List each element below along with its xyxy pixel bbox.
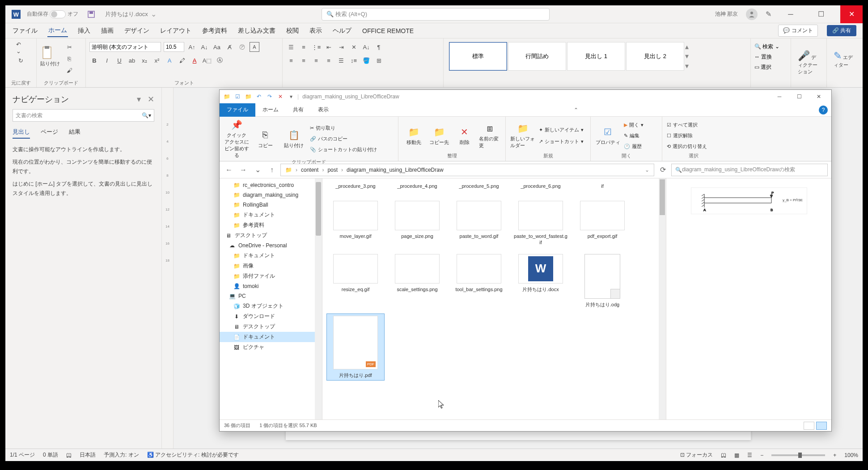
grow-font-button[interactable]: A↑ (187, 42, 197, 52)
minimize-button[interactable]: ─ (779, 5, 802, 23)
explorer-tab-share[interactable]: 共有 (286, 103, 311, 116)
tab-insert[interactable]: 挿入 (77, 25, 91, 37)
tree-item[interactable]: 🖥デスクトップ (220, 230, 322, 241)
view-web-button[interactable]: ☰ (747, 452, 752, 458)
tree-item[interactable]: ⬇ダウンロード (220, 311, 322, 322)
qat-properties[interactable]: ☑ (233, 92, 242, 101)
comment-button[interactable]: 💬 コメント (778, 25, 817, 37)
style-no-spacing[interactable]: 行間詰め (508, 42, 566, 71)
explorer-help[interactable]: ? (819, 106, 828, 114)
style-heading1[interactable]: 見出し 1 (567, 42, 625, 71)
show-marks-button[interactable]: ¶ (374, 42, 384, 52)
file-list[interactable]: _procedure_3.png_procedure_4.png_procedu… (322, 178, 659, 419)
cut-button[interactable]: ✂ 切り取り (310, 123, 377, 133)
close-button[interactable]: ✕ (840, 5, 863, 23)
zoom-percent[interactable]: 100% (844, 452, 858, 458)
qat-redo[interactable]: ↷ (265, 92, 274, 101)
address-path[interactable]: 📁 › content › post › diagram_making_usin… (280, 164, 654, 176)
copy-to-button[interactable]: 📁コピー先 (428, 126, 450, 146)
tree-item[interactable]: ☁OneDrive - Personal (220, 241, 322, 250)
zoom-in-button[interactable]: + (833, 452, 836, 458)
paste-button[interactable]: 📋貼り付け (281, 129, 306, 149)
styles-down[interactable]: ▾ (685, 52, 693, 60)
shortcut-button[interactable]: ↗ ショートカット ▾ (539, 136, 584, 146)
styles-up[interactable]: ▴ (685, 42, 693, 51)
tree-item[interactable]: 📁diagram_making_using (220, 190, 322, 200)
file-item[interactable]: _procedure_6.png (512, 181, 569, 195)
style-heading2[interactable]: 見出し 2 (626, 42, 684, 71)
file-item[interactable]: tool_bar_settings.png (450, 252, 508, 309)
explorer-close[interactable]: ✕ (809, 90, 829, 103)
asian-layout-button[interactable]: ✕ (349, 42, 359, 52)
highlight-button[interactable]: 🖍 (177, 55, 187, 65)
user-name[interactable]: 池神 那京 (715, 10, 738, 18)
format-painter-button[interactable]: 🖌 (64, 65, 74, 75)
maximize-button[interactable]: ☐ (810, 5, 832, 23)
tree-item[interactable]: 📁rc_electronics_contro (220, 180, 322, 190)
view-thumbnails-button[interactable] (816, 422, 827, 430)
zoom-out-button[interactable]: − (760, 452, 763, 458)
justify-button[interactable]: ≡ (324, 55, 334, 65)
file-item[interactable]: 片持ちはり.pdf (327, 314, 384, 380)
qat-dropdown[interactable]: ▾ (287, 92, 296, 101)
edit-button[interactable]: ✎ 編集 (624, 131, 644, 140)
explorer-maximize[interactable]: ☐ (789, 90, 809, 103)
paste-shortcut-button[interactable]: 📎 ショートカットの貼り付け (310, 144, 377, 154)
redo-button[interactable]: ↻ (16, 55, 26, 65)
style-normal[interactable]: 標準 (449, 42, 507, 71)
increase-indent-button[interactable]: ⇥ (336, 42, 346, 52)
tree-item[interactable]: 📁画像 (220, 261, 322, 271)
forward-button[interactable]: → (237, 164, 249, 176)
borders-button[interactable]: ⊞ (374, 55, 384, 65)
view-print-button[interactable]: ▦ (734, 452, 739, 458)
tab-help[interactable]: ヘルプ (332, 25, 352, 37)
styles-more[interactable]: ▾ (685, 62, 693, 70)
bold-button[interactable]: B (89, 55, 99, 65)
char-shading-button[interactable]: A⬚ (202, 55, 212, 65)
status-predict[interactable]: 予測入力: オン (104, 451, 139, 459)
copy-button[interactable]: ⎘コピー (253, 129, 278, 149)
file-item[interactable]: page_size.png (389, 199, 446, 248)
tree-item[interactable]: 📁ドキュメント (220, 250, 322, 261)
tree-item[interactable]: 📁添付ファイル (220, 271, 322, 281)
recent-button[interactable]: ⌄ (252, 164, 263, 176)
tree-item[interactable]: 📄ドキュメント (220, 332, 322, 342)
status-proof-icon[interactable]: 🕮 (66, 452, 72, 458)
explorer-minimize[interactable]: ─ (770, 90, 789, 103)
tree-item[interactable]: 💻PC (220, 291, 322, 301)
bullets-button[interactable]: ☰ (286, 42, 296, 52)
cut-button[interactable]: ✂ (64, 42, 74, 52)
new-item-button[interactable]: ✦ 新しいアイテム ▾ (539, 125, 584, 135)
phonetic-guide-button[interactable]: ㋐ (237, 42, 247, 52)
status-words[interactable]: 0 単語 (43, 451, 58, 459)
text-effects-button[interactable]: A (165, 55, 174, 65)
doc-dropdown[interactable]: ⌄ (151, 10, 157, 18)
underline-button[interactable]: U (114, 55, 124, 65)
superscript-button[interactable]: x² (152, 55, 162, 65)
italic-button[interactable]: I (102, 55, 112, 65)
view-details-button[interactable] (804, 422, 814, 430)
file-item[interactable]: _procedure_3.png (327, 181, 384, 195)
view-read-button[interactable]: 🕮 (721, 452, 726, 458)
explorer-tab-home[interactable]: ホーム (255, 103, 286, 116)
nav-pane-close[interactable]: ✕ (148, 95, 154, 104)
nav-tab-results[interactable]: 結果 (69, 128, 80, 139)
tab-view[interactable]: 表示 (309, 25, 323, 37)
change-case-button[interactable]: Aa (212, 42, 222, 52)
status-focus[interactable]: ⊡ フォーカス (680, 451, 713, 459)
font-size-select[interactable] (164, 42, 184, 52)
file-item[interactable]: paste_to_word.gif (450, 199, 508, 248)
file-item[interactable]: move_layer.gif (327, 199, 384, 248)
qat-new-folder[interactable]: 📁 (244, 92, 253, 101)
shading-button[interactable]: 🪣 (361, 55, 371, 65)
nav-tab-headings[interactable]: 見出し (13, 128, 30, 139)
copy-button[interactable]: ⎘ (64, 54, 74, 64)
select-invert-button[interactable]: ⟲ 選択の切り替え (667, 141, 707, 151)
clear-format-button[interactable]: A̸ (224, 42, 234, 52)
tab-file[interactable]: ファイル (12, 25, 38, 37)
tab-mailings[interactable]: 差し込み文書 (237, 25, 276, 37)
tree-item[interactable]: 📁ドキュメント (220, 210, 322, 220)
pen-icon[interactable]: ✎ (766, 10, 771, 18)
tab-design[interactable]: デザイン (123, 25, 150, 37)
align-left-button[interactable]: ≡ (286, 55, 296, 65)
